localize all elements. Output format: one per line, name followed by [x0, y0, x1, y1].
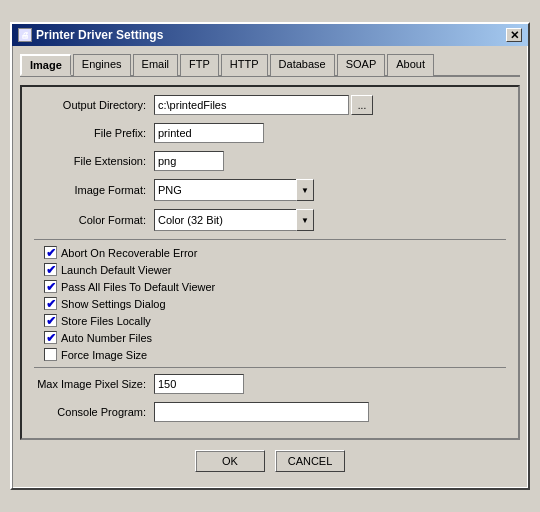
max-pixel-label: Max Image Pixel Size:: [34, 378, 154, 390]
max-pixel-row: Max Image Pixel Size:: [34, 374, 506, 394]
tab-content: Output Directory: ... File Prefix: File …: [20, 85, 520, 440]
image-format-label: Image Format:: [34, 184, 154, 196]
cancel-button[interactable]: CANCEL: [275, 450, 345, 472]
output-directory-input-group: ...: [154, 95, 373, 115]
checkbox-show-row: ✔ Show Settings Dialog: [34, 297, 506, 310]
output-directory-label: Output Directory:: [34, 99, 154, 111]
file-prefix-input[interactable]: [154, 123, 264, 143]
tab-about[interactable]: About: [387, 54, 434, 76]
file-extension-row: File Extension:: [34, 151, 506, 171]
checkbox-launch-row: ✔ Launch Default Viewer: [34, 263, 506, 276]
title-bar: 🖨 Printer Driver Settings ✕: [12, 24, 528, 46]
console-program-input[interactable]: [154, 402, 369, 422]
checkbox-force-row: ✔ Force Image Size: [34, 348, 506, 361]
divider-1: [34, 239, 506, 240]
tab-email[interactable]: Email: [133, 54, 179, 76]
checkbox-launch-label: Launch Default Viewer: [61, 264, 171, 276]
checkbox-store-label: Store Files Locally: [61, 315, 151, 327]
tab-bar: Image Engines Email FTP HTTP Database SO…: [20, 54, 520, 77]
checkbox-store-check: ✔: [46, 315, 56, 327]
checkbox-abort-label: Abort On Recoverable Error: [61, 247, 197, 259]
checkbox-auto-row: ✔ Auto Number Files: [34, 331, 506, 344]
dialog-title: Printer Driver Settings: [36, 28, 163, 42]
checkbox-auto-label: Auto Number Files: [61, 332, 152, 344]
file-prefix-label: File Prefix:: [34, 127, 154, 139]
tab-soap[interactable]: SOAP: [337, 54, 386, 76]
checkbox-pass-row: ✔ Pass All Files To Default Viewer: [34, 280, 506, 293]
color-format-label: Color Format:: [34, 214, 154, 226]
dialog-icon: 🖨: [18, 28, 32, 42]
output-directory-input[interactable]: [154, 95, 349, 115]
checkbox-abort-row: ✔ Abort On Recoverable Error: [34, 246, 506, 259]
checkbox-abort-check: ✔: [46, 247, 56, 259]
checkbox-force-label: Force Image Size: [61, 349, 147, 361]
image-format-select-wrapper: PNG JPEG BMP TIFF ▼: [154, 179, 314, 201]
tab-engines[interactable]: Engines: [73, 54, 131, 76]
color-format-select-wrapper: Color (32 Bit) Grayscale (8 Bit) Black &…: [154, 209, 314, 231]
max-pixel-input[interactable]: [154, 374, 244, 394]
tab-image[interactable]: Image: [20, 54, 71, 76]
tab-ftp[interactable]: FTP: [180, 54, 219, 76]
image-format-row: Image Format: PNG JPEG BMP TIFF ▼: [34, 179, 506, 201]
image-format-select[interactable]: PNG JPEG BMP TIFF: [154, 179, 314, 201]
checkbox-auto-check: ✔: [46, 332, 56, 344]
checkbox-force[interactable]: ✔: [44, 348, 57, 361]
checkbox-show[interactable]: ✔: [44, 297, 57, 310]
checkbox-launch[interactable]: ✔: [44, 263, 57, 276]
ok-button[interactable]: OK: [195, 450, 265, 472]
checkbox-pass[interactable]: ✔: [44, 280, 57, 293]
checkbox-store[interactable]: ✔: [44, 314, 57, 327]
console-program-row: Console Program:: [34, 402, 506, 422]
file-prefix-row: File Prefix:: [34, 123, 506, 143]
color-format-select[interactable]: Color (32 Bit) Grayscale (8 Bit) Black &…: [154, 209, 314, 231]
file-extension-label: File Extension:: [34, 155, 154, 167]
checkbox-auto[interactable]: ✔: [44, 331, 57, 344]
checkbox-pass-check: ✔: [46, 281, 56, 293]
color-format-row: Color Format: Color (32 Bit) Grayscale (…: [34, 209, 506, 231]
checkbox-store-row: ✔ Store Files Locally: [34, 314, 506, 327]
checkbox-abort[interactable]: ✔: [44, 246, 57, 259]
checkbox-launch-check: ✔: [46, 264, 56, 276]
browse-button[interactable]: ...: [351, 95, 373, 115]
checkbox-pass-label: Pass All Files To Default Viewer: [61, 281, 215, 293]
dialog-body: Image Engines Email FTP HTTP Database SO…: [12, 46, 528, 488]
button-bar: OK CANCEL: [20, 440, 520, 480]
checkbox-show-check: ✔: [46, 298, 56, 310]
printer-driver-dialog: 🖨 Printer Driver Settings ✕ Image Engine…: [10, 22, 530, 490]
console-program-label: Console Program:: [34, 406, 154, 418]
output-directory-row: Output Directory: ...: [34, 95, 506, 115]
checkbox-show-label: Show Settings Dialog: [61, 298, 166, 310]
close-button[interactable]: ✕: [506, 28, 522, 42]
title-bar-text: 🖨 Printer Driver Settings: [18, 28, 163, 42]
divider-2: [34, 367, 506, 368]
file-extension-input[interactable]: [154, 151, 224, 171]
tab-http[interactable]: HTTP: [221, 54, 268, 76]
tab-database[interactable]: Database: [270, 54, 335, 76]
